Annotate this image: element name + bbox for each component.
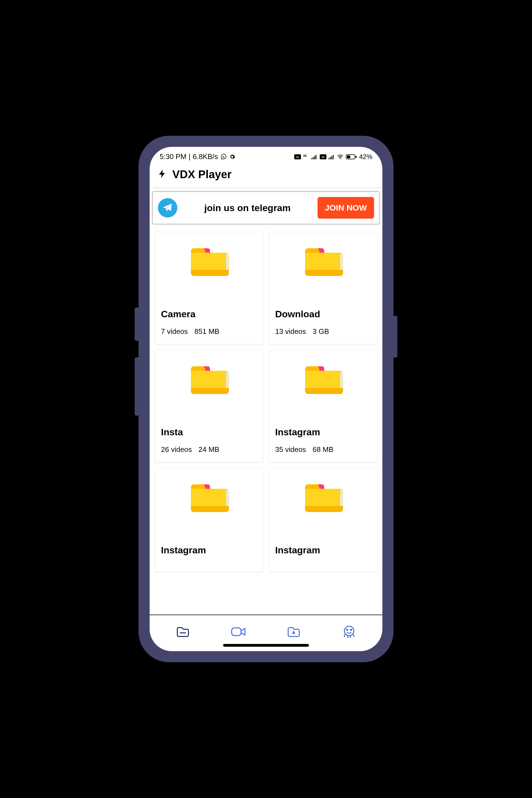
app-title: VDX Player [172,168,231,180]
folder-grid-container[interactable]: Camera 7 videos 851 MB [150,225,382,614]
side-button [135,307,140,341]
folder-video-count: 26 videos [161,445,192,454]
folder-meta: 7 videos 851 MB [161,327,257,336]
svg-rect-7 [316,155,317,159]
folder-card-insta[interactable]: Insta 26 videos 24 MB [155,350,263,462]
whatsapp-icon [220,153,227,160]
folder-meta: 35 videos 68 MB [275,445,371,454]
lightning-icon [157,168,167,181]
phone-frame: 5:30 PM | 6.8KB/s Vo [138,136,394,662]
folder-name: Camera [161,309,257,320]
folder-size: 68 MB [312,445,333,454]
folder-icon [161,241,257,309]
status-left: 5:30 PM | 6.8KB/s [159,152,235,161]
svg-rect-25 [232,628,241,635]
side-button [392,316,397,358]
volte-icon: Vo [320,154,326,159]
svg-point-27 [347,629,348,630]
folder-size: 24 MB [198,445,219,454]
battery-percent: 42% [359,153,373,161]
join-now-button[interactable]: JOIN NOW [318,197,374,218]
folder-card-instagram-2[interactable]: Instagram [155,468,263,572]
folder-icon [275,477,371,545]
side-button [135,358,140,416]
svg-rect-12 [331,156,332,159]
svg-rect-6 [314,156,315,159]
folder-size: 3 GB [312,327,329,336]
svg-rect-16 [356,156,357,158]
folder-size: 851 MB [194,327,220,336]
svg-rect-5 [313,157,314,159]
svg-point-28 [350,629,352,630]
folder-card-download[interactable]: Download 13 videos 3 GB [269,232,377,344]
status-net-speed: 6.8KB/s [193,152,218,161]
volte-icon: Vo [294,154,301,159]
svg-point-14 [340,158,341,159]
folder-card-camera[interactable]: Camera 7 videos 851 MB [155,232,263,344]
signal-icon [329,154,335,159]
folder-video-count: 35 videos [275,445,306,454]
folder-icon [275,359,371,427]
nav-settings[interactable] [341,624,358,640]
svg-text:Vo: Vo [296,156,299,158]
status-right: Vo 4G Vo 42 [294,153,373,161]
app-bar: VDX Player [150,163,382,188]
folder-grid: Camera 7 videos 851 MB [155,232,377,572]
signal-icon [311,154,318,159]
folder-name: Download [275,309,371,320]
nav-downloads[interactable] [285,624,302,640]
battery-icon [346,154,357,159]
status-bar: 5:30 PM | 6.8KB/s Vo [150,147,382,163]
status-divider: | [189,152,191,161]
svg-rect-10 [329,158,329,159]
svg-text:Vo: Vo [322,156,325,158]
folder-icon [275,241,371,309]
svg-text:4G: 4G [303,154,307,157]
svg-rect-11 [330,157,331,159]
folder-meta: 26 videos 24 MB [161,445,257,454]
folder-meta: 13 videos 3 GB [275,327,371,336]
gear-icon [229,154,235,160]
nav-folders[interactable] [174,624,191,640]
screen: 5:30 PM | 6.8KB/s Vo [150,147,382,651]
folder-icon [161,359,257,427]
folder-name: Insta [161,427,257,438]
svg-rect-13 [333,155,334,159]
svg-rect-4 [311,158,312,159]
banner-container: join us on telegram JOIN NOW [150,188,382,225]
telegram-banner: join us on telegram JOIN NOW [152,191,380,225]
home-indicator[interactable] [223,644,309,647]
folder-card-instagram-3[interactable]: Instagram [269,468,377,572]
folder-video-count: 7 videos [161,327,188,336]
svg-rect-17 [347,155,350,158]
network-4g-icon: 4G [303,154,309,159]
svg-point-26 [344,626,354,635]
folder-card-instagram[interactable]: Instagram 35 videos 68 MB [269,350,377,462]
folder-name: Instagram [275,545,371,555]
banner-text: join us on telegram [183,203,312,213]
folder-name: Instagram [161,545,257,555]
nav-videos[interactable] [230,624,247,640]
telegram-icon [158,198,177,217]
folder-icon [161,477,257,545]
folder-name: Instagram [275,427,371,438]
wifi-icon [337,154,344,159]
status-time: 5:30 PM [159,152,187,161]
folder-video-count: 13 videos [275,327,306,336]
